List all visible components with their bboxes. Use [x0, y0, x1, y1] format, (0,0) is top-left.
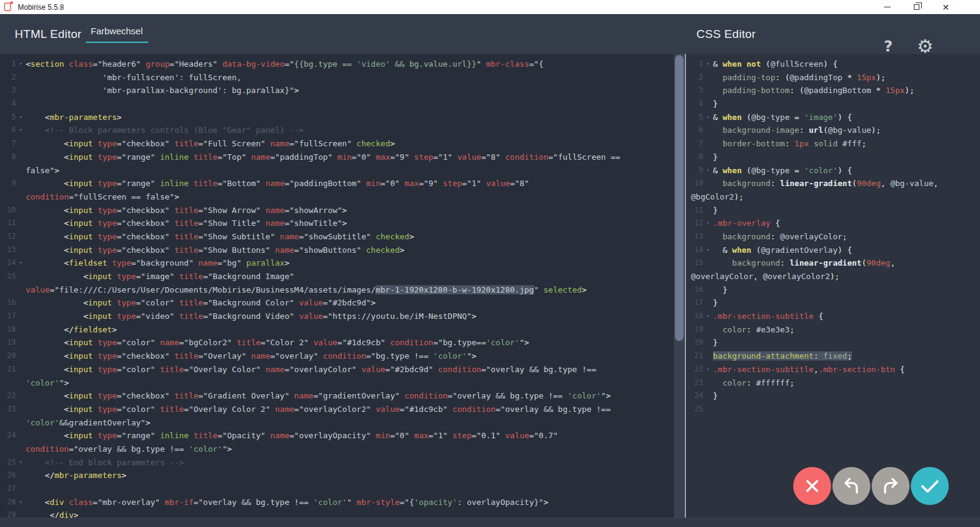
code-line[interactable]: 15 background: linear-gradient(90deg, [686, 256, 980, 270]
code-line[interactable]: 14▾ <fieldset type="background" name="bg… [0, 256, 674, 270]
fold-arrow-icon[interactable]: ▾ [703, 244, 713, 257]
minimize-button[interactable] [872, 0, 902, 14]
code-line[interactable]: 14▾ & when (@gradientOverlay) { [686, 244, 980, 257]
code-line[interactable]: 24} [686, 389, 980, 403]
html-editor-title: HTML Editor [15, 28, 81, 41]
fold-arrow-icon[interactable]: ▾ [703, 310, 713, 323]
code-line[interactable]: 6 background-image: url(@bg-value); [686, 124, 980, 137]
code-line[interactable]: 13 background: @overlayColor; [686, 230, 980, 244]
code-line[interactable]: condition="overlay && bg.type !== 'color… [0, 443, 674, 456]
help-icon[interactable]: ? [884, 37, 893, 55]
code-line[interactable]: @bgColor2); [686, 190, 980, 204]
code-line[interactable]: 18▾.mbr-section-subtitle { [686, 310, 980, 323]
x-icon [793, 467, 831, 505]
code-line[interactable]: 9▾& when (@bg-type = 'color') { [686, 164, 980, 178]
bottom-scrollbar-track[interactable] [0, 518, 980, 527]
code-line[interactable]: 25 [686, 403, 980, 416]
code-line[interactable]: 12 <input type="checkbox" title="Show Su… [0, 230, 674, 244]
code-line[interactable]: 2 padding-top: (@paddingTop * 15px); [686, 71, 980, 84]
code-line[interactable]: 11} [686, 204, 980, 217]
redo-button[interactable] [872, 467, 910, 505]
redo-arrow-icon [872, 467, 910, 505]
editor-action-buttons [793, 467, 949, 505]
mobirise-window: Mobirise 5.5.8 ✕ HTML Editor Farbwechsel… [0, 0, 980, 527]
code-line[interactable]: 1▾<section class="header6" group="Header… [0, 58, 674, 71]
fold-arrow-icon[interactable]: ▾ [16, 256, 26, 270]
code-line[interactable]: 18 </fieldset> [0, 323, 674, 337]
html-code-editor[interactable]: 1▾<section class="header6" group="Header… [0, 54, 674, 518]
code-line[interactable]: @overlayColor, @overlayColor2); [686, 270, 980, 283]
code-line[interactable]: 7 <input type="checkbox" title="Full Scr… [0, 137, 674, 151]
code-line[interactable]: 21 <input type="color" title="Overlay Co… [0, 363, 674, 376]
code-line[interactable]: 19 <input type="color" name="bgColor2" t… [0, 336, 674, 349]
window-title: Mobirise 5.5.8 [18, 3, 64, 12]
code-line[interactable]: 26 </mbr-parameters> [0, 469, 674, 482]
fold-arrow-icon[interactable]: ▾ [16, 456, 26, 469]
code-line[interactable]: 28▾ <div class="mbr-overlay" mbr-if="ove… [0, 496, 674, 509]
code-line[interactable]: 22▾.mbr-section-subtitle,.mbr-section-bt… [686, 363, 980, 376]
code-line[interactable]: 9 <input type="range" inline title="Bott… [0, 177, 674, 190]
code-line[interactable]: 15 <input type="image" title="Background… [0, 270, 674, 283]
code-line[interactable]: 17} [686, 296, 980, 310]
fold-arrow-icon[interactable]: ▾ [703, 164, 713, 178]
code-line[interactable]: 3 'mbr-parallax-background': bg.parallax… [0, 84, 674, 97]
close-icon: ✕ [942, 3, 949, 12]
html-editor-scrollbar-thumb[interactable] [675, 55, 684, 341]
tab-label: Farbwechsel [84, 26, 149, 36]
fold-arrow-icon[interactable]: ▾ [16, 58, 26, 71]
code-line[interactable]: 10 <input type="checkbox" title="Show Ar… [0, 204, 674, 217]
code-line[interactable]: 21background-attachment: fixed; [686, 349, 980, 363]
code-line[interactable]: 7 border-bottom: 1px solid #fff; [686, 137, 980, 151]
fold-arrow-icon[interactable]: ▾ [703, 217, 713, 230]
code-line[interactable]: 1▾& when not (@fullScreen) { [686, 58, 980, 71]
code-line[interactable]: 16 } [686, 283, 980, 297]
code-line[interactable]: 24 <input type="range" inline title="Opa… [0, 429, 674, 443]
code-line[interactable]: 13 <input type="checkbox" title="Show Bu… [0, 244, 674, 257]
code-line[interactable]: 5▾& when (@bg-type = 'image') { [686, 111, 980, 124]
code-line[interactable]: 8 <input type="range" inline title="Top"… [0, 151, 674, 164]
code-line[interactable]: 'color'"> [0, 376, 674, 390]
code-line[interactable]: 23 color: #ffffff; [686, 376, 980, 390]
code-line[interactable]: condition="fullScreen == false"> [0, 190, 674, 204]
cancel-button[interactable] [793, 467, 831, 505]
fold-arrow-icon[interactable]: ▾ [703, 58, 713, 71]
fold-arrow-icon[interactable]: ▾ [703, 111, 713, 124]
code-line[interactable]: 'color'&&gradientOverlay"> [0, 416, 674, 430]
check-icon [911, 467, 949, 505]
code-line[interactable]: value="file:///C:/Users/User/Documents/M… [0, 283, 674, 297]
code-line[interactable]: 6▾ <!-- Block parameters controls (Blue … [0, 124, 674, 137]
tab-farbwechsel[interactable]: Farbwechsel [84, 14, 149, 54]
fold-arrow-icon[interactable]: ▾ [16, 111, 26, 124]
restore-button[interactable] [902, 0, 931, 14]
code-line[interactable]: 23 <input type="color" title="Overlay Co… [0, 403, 674, 416]
minimize-icon [884, 7, 891, 8]
code-line[interactable]: 19 color: #e3e3e3; [686, 323, 980, 337]
code-line[interactable]: 4} [686, 97, 980, 111]
close-button[interactable]: ✕ [931, 0, 960, 14]
code-line[interactable]: 8} [686, 151, 980, 164]
code-line[interactable]: 27 [0, 482, 674, 496]
code-line[interactable]: 22 <input type="checkbox" title="Gradien… [0, 389, 674, 403]
code-line[interactable]: 12▾.mbr-overlay { [686, 217, 980, 230]
fold-arrow-icon[interactable]: ▾ [703, 363, 713, 376]
code-line[interactable]: 5▾ <mbr-parameters> [0, 111, 674, 124]
code-line[interactable]: 16 <input type="color" title="Background… [0, 296, 674, 310]
apply-button[interactable] [911, 467, 949, 505]
code-line[interactable]: 10 background: linear-gradient(90deg, @b… [686, 177, 980, 190]
code-line[interactable]: 20 <input type="checkbox" title="Overlay… [0, 349, 674, 363]
css-code-editor[interactable]: 1▾& when not (@fullScreen) {2 padding-to… [686, 54, 980, 518]
code-line[interactable]: false"> [0, 164, 674, 178]
restore-icon [914, 4, 919, 10]
code-line[interactable]: 3 padding-bottom: (@paddingBottom * 15px… [686, 84, 980, 97]
fold-arrow-icon[interactable]: ▾ [16, 124, 26, 137]
html-editor-scrollbar-track[interactable] [674, 54, 685, 518]
code-line[interactable]: 4 [0, 97, 674, 111]
code-line[interactable]: 20} [686, 336, 980, 349]
code-line[interactable]: 25▾ <!-- End block parameters --> [0, 456, 674, 469]
undo-button[interactable] [832, 467, 870, 505]
fold-arrow-icon[interactable]: ▾ [16, 496, 26, 509]
code-line[interactable]: 2 'mbr-fullscreen': fullScreen, [0, 71, 674, 84]
code-line[interactable]: 11 <input type="checkbox" title="Show Ti… [0, 217, 674, 230]
code-line[interactable]: 29 </div> [0, 509, 674, 518]
code-line[interactable]: 17 <input type="video" title="Background… [0, 310, 674, 323]
